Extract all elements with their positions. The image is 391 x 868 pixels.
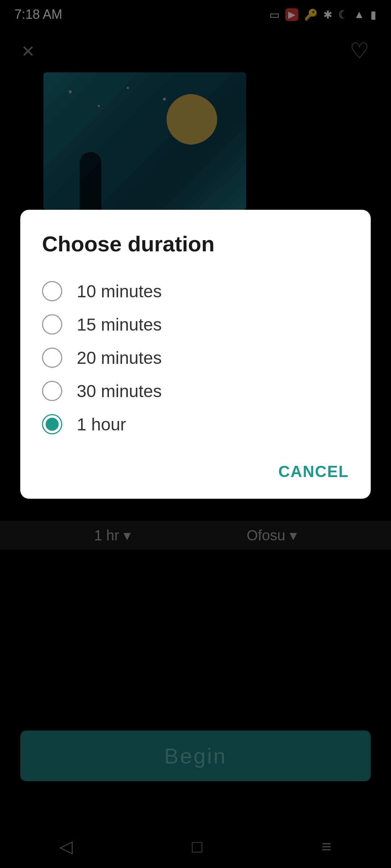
duration-dialog: Choose duration 10 minutes 15 minutes 20… [20, 210, 371, 499]
label-10min: 10 minutes [77, 281, 162, 301]
cancel-button[interactable]: CANCEL [278, 463, 349, 481]
dialog-title: Choose duration [42, 231, 349, 256]
radio-15min[interactable] [42, 314, 62, 335]
option-30min[interactable]: 30 minutes [42, 374, 349, 408]
label-15min: 15 minutes [77, 315, 162, 335]
dialog-actions: CANCEL [42, 455, 349, 481]
label-20min: 20 minutes [77, 348, 162, 368]
option-1hour[interactable]: 1 hour [42, 408, 349, 441]
label-30min: 30 minutes [77, 381, 162, 401]
option-15min[interactable]: 15 minutes [42, 308, 349, 341]
radio-10min[interactable] [42, 281, 62, 301]
radio-1hour[interactable] [42, 414, 62, 434]
option-20min[interactable]: 20 minutes [42, 341, 349, 374]
radio-30min[interactable] [42, 381, 62, 401]
option-10min[interactable]: 10 minutes [42, 275, 349, 308]
label-1hour: 1 hour [77, 414, 126, 434]
radio-20min[interactable] [42, 348, 62, 368]
